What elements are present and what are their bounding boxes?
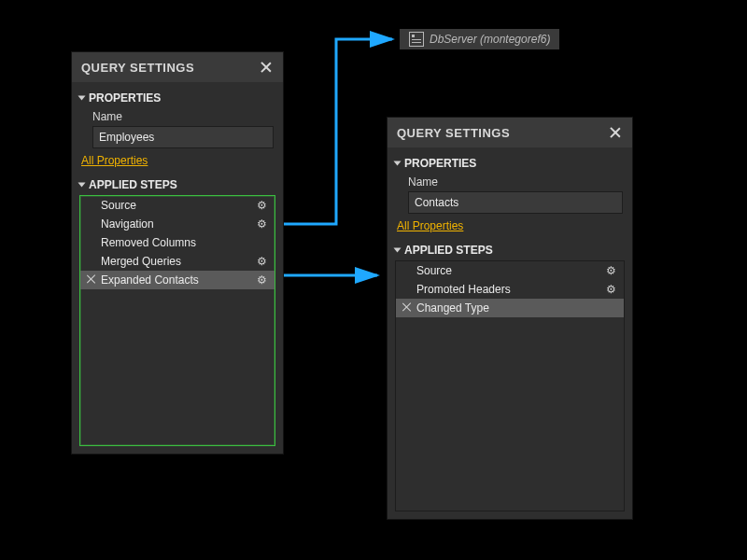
gear-icon[interactable] xyxy=(606,283,618,295)
panel-body: PROPERTIES Name All Properties APPLIED S… xyxy=(72,82,283,454)
step-label: Changed Type xyxy=(416,301,489,315)
datasource-label: DbServer (montegoref6) xyxy=(430,33,550,46)
name-label: Name xyxy=(92,110,275,123)
gear-icon[interactable] xyxy=(257,273,269,286)
gear-icon[interactable] xyxy=(257,199,269,211)
close-icon[interactable] xyxy=(608,125,623,140)
properties-header[interactable]: PROPERTIES xyxy=(395,157,625,170)
applied-steps-header[interactable]: APPLIED STEPS xyxy=(79,178,275,191)
applied-step[interactable]: Merged Queries xyxy=(80,252,275,271)
delete-step-icon[interactable] xyxy=(402,301,413,313)
step-label: Promoted Headers xyxy=(416,283,511,296)
query-name-input[interactable] xyxy=(408,191,623,214)
caret-down-icon xyxy=(78,183,86,188)
step-label: Source xyxy=(101,199,136,212)
applied-step[interactable]: Changed Type xyxy=(396,299,624,317)
caret-down-icon xyxy=(394,161,402,166)
step-label: Expanded Contacts xyxy=(101,273,199,287)
query-name-input[interactable] xyxy=(92,126,274,148)
caret-down-icon xyxy=(78,96,86,101)
panel-body: PROPERTIES Name All Properties APPLIED S… xyxy=(388,147,632,519)
applied-steps-list: SourceNavigationRemoved ColumnsMerged Qu… xyxy=(79,195,275,446)
applied-step[interactable]: Navigation xyxy=(80,215,275,233)
gear-icon[interactable] xyxy=(257,217,269,230)
applied-step[interactable]: Removed Columns xyxy=(80,233,275,252)
step-label: Merged Queries xyxy=(101,255,181,268)
all-properties-link[interactable]: All Properties xyxy=(81,154,275,167)
panel-title: QUERY SETTINGS xyxy=(397,126,510,140)
query-settings-panel-contacts: QUERY SETTINGS PROPERTIES Name All Prope… xyxy=(387,117,633,520)
panel-title-bar: QUERY SETTINGS xyxy=(72,52,283,82)
step-label: Removed Columns xyxy=(101,236,196,249)
query-settings-panel-employees: QUERY SETTINGS PROPERTIES Name All Prope… xyxy=(71,51,284,455)
applied-steps-header[interactable]: APPLIED STEPS xyxy=(395,244,625,257)
applied-step[interactable]: Expanded Contacts xyxy=(80,271,275,289)
applied-steps-list: SourcePromoted HeadersChanged Type xyxy=(395,260,625,511)
name-label: Name xyxy=(408,175,625,189)
delete-step-icon[interactable] xyxy=(86,273,97,285)
step-label: Source xyxy=(416,264,452,277)
datasource-node[interactable]: DbServer (montegoref6) xyxy=(400,29,559,49)
caret-down-icon xyxy=(394,248,402,253)
all-properties-link[interactable]: All Properties xyxy=(397,219,625,232)
gear-icon[interactable] xyxy=(606,264,618,276)
applied-step[interactable]: Source xyxy=(80,196,275,215)
gear-icon[interactable] xyxy=(257,255,269,267)
panel-title: QUERY SETTINGS xyxy=(81,61,194,75)
properties-header[interactable]: PROPERTIES xyxy=(79,91,275,105)
applied-step[interactable]: Promoted Headers xyxy=(396,280,624,299)
close-icon[interactable] xyxy=(259,60,274,75)
database-icon xyxy=(409,32,424,47)
step-label: Navigation xyxy=(101,217,154,231)
panel-title-bar: QUERY SETTINGS xyxy=(388,118,632,147)
applied-step[interactable]: Source xyxy=(396,261,624,280)
